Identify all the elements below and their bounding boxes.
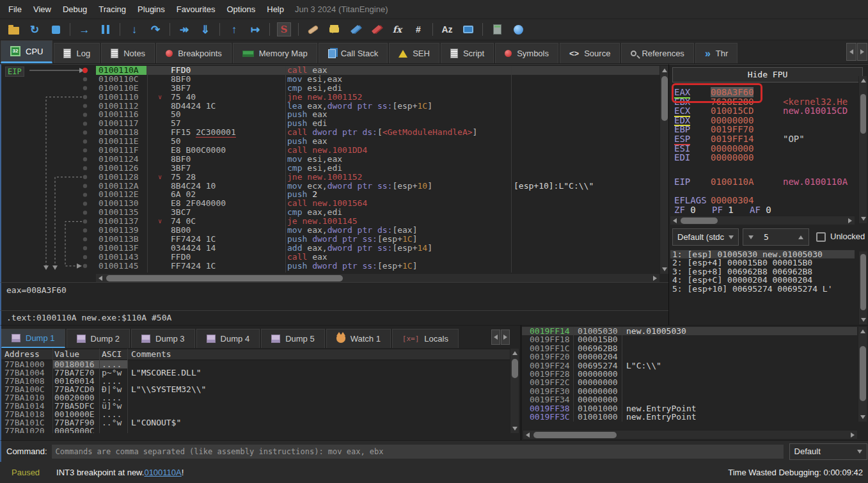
menu-item-tracing[interactable]: Tracing xyxy=(93,1,132,17)
disasm-row[interactable]: 010011353BC7cmp eax,edi xyxy=(96,208,659,217)
menu-item-file[interactable]: File xyxy=(3,1,28,17)
hide-fpu-button[interactable]: Hide FPU xyxy=(672,67,863,83)
bookmarks-icon[interactable] xyxy=(369,22,383,36)
argument-row[interactable]: 2: [esp+4] 000015B0 000015B0 xyxy=(670,258,855,267)
menu-item-plugins[interactable]: Plugins xyxy=(132,1,171,17)
stack-row[interactable]: 0019FF3801001000new.EntryPoint xyxy=(522,404,857,413)
tab-call-stack[interactable]: Call Stack xyxy=(319,43,388,63)
patches-icon[interactable] xyxy=(306,22,320,36)
stack-row[interactable]: 0019FF3C01001000new.EntryPoint xyxy=(522,413,857,421)
disasm-row[interactable]: 0100110C8BF0mov esi,eax xyxy=(96,75,659,84)
command-input[interactable] xyxy=(51,444,784,459)
gutter-dot[interactable] xyxy=(83,104,87,107)
run-icon[interactable]: → xyxy=(77,22,91,36)
menu-item-view[interactable]: View xyxy=(28,1,57,17)
gutter-dot[interactable] xyxy=(83,157,87,161)
disasm-row[interactable]: 0100110E3BF7cmp esi,edi xyxy=(96,84,659,93)
tab-seh[interactable]: SEH xyxy=(389,43,439,63)
disasm-row[interactable]: 0100113BFF7424 1Cpush dword ptr ss:[esp+… xyxy=(96,235,659,244)
labels-icon[interactable] xyxy=(348,22,362,36)
register-row[interactable]: EAX008A3F60 xyxy=(669,88,855,97)
gutter-dot[interactable] xyxy=(83,77,87,81)
register-row[interactable]: ESP0019FF14"OP" xyxy=(669,134,855,144)
breakpoint-address-link[interactable]: 0100110A xyxy=(144,468,181,477)
dump-tab-dump-4[interactable]: Dump 4 xyxy=(196,329,260,348)
register-row[interactable]: EBX7628E280<kernel32.He xyxy=(669,97,855,107)
disasm-row[interactable]: 010011398B00mov eax,dword ptr ds:[eax] xyxy=(96,226,659,235)
dump-row[interactable]: 77BA10200005000C xyxy=(1,427,510,433)
disasm-row[interactable]: 010011248BF0mov esi,eax xyxy=(96,155,659,164)
register-row[interactable]: EDX00000000 xyxy=(669,116,855,125)
gutter-dot[interactable] xyxy=(83,184,87,188)
open-file-icon[interactable] xyxy=(6,22,20,36)
register-row[interactable]: ECX010015CDnew.010015CD xyxy=(669,106,855,116)
menu-item-debug[interactable]: Debug xyxy=(57,1,93,17)
gutter-dot[interactable] xyxy=(83,131,87,134)
dump-column-header[interactable]: Address xyxy=(1,349,52,360)
step-out-icon[interactable]: ↑ xyxy=(227,22,241,36)
disasm-row[interactable]: 0100111650push eax xyxy=(96,110,659,119)
hash-icon[interactable]: # xyxy=(411,22,425,36)
disasm-row[interactable]: 01001130E8 2F040000call new.1001564 xyxy=(96,199,659,208)
stack-row[interactable]: 0019FF1401005030new.01005030 xyxy=(522,327,857,335)
disasm-row[interactable]: 0100110AFFD0call eax xyxy=(96,66,659,75)
disasm-row[interactable]: 0100112A8B4C24 10mov ecx,dword ptr ss:[e… xyxy=(96,182,659,191)
dump-tab-scroll-right-icon[interactable] xyxy=(501,329,510,345)
gutter-dot[interactable] xyxy=(83,246,87,250)
gutter-dot[interactable] xyxy=(83,202,87,205)
disasm-row[interactable]: 0100111757push edi xyxy=(96,119,659,128)
gutter-dot[interactable] xyxy=(83,95,87,99)
tab-references[interactable]: References xyxy=(621,43,693,63)
gutter-dot[interactable] xyxy=(83,166,87,170)
dump-tab-dump-2[interactable]: Dump 2 xyxy=(67,329,130,348)
register-row[interactable]: EIP0100110Anew.0100110A xyxy=(669,177,855,187)
stack-row[interactable]: 0019FF2000000204 xyxy=(522,352,857,361)
tab-symbols[interactable]: Symbols xyxy=(495,43,558,63)
register-row[interactable]: EBP0019FF70 xyxy=(669,125,855,134)
arguments-vertical-scrollbar[interactable] xyxy=(858,251,867,324)
gutter-dot[interactable] xyxy=(83,122,87,125)
disasm-horizontal-scrollbar[interactable] xyxy=(96,273,659,282)
seh-chain-icon[interactable]: S xyxy=(277,22,291,36)
breakpoint-dot[interactable] xyxy=(83,68,88,73)
disasm-row[interactable]: 010011128D4424 1Clea eax,dword ptr ss:[e… xyxy=(96,102,659,111)
dump-tab-scroll-left-icon[interactable] xyxy=(491,329,500,345)
gutter-dot[interactable] xyxy=(83,148,87,152)
disasm-row[interactable]: 01001110∨75 40jne new.1001152 xyxy=(96,93,659,102)
argument-row[interactable]: 1: [esp] 01005030 new.01005030 xyxy=(670,250,855,258)
dump-vertical-scrollbar[interactable] xyxy=(510,349,519,433)
unlocked-checkbox[interactable] xyxy=(816,232,826,242)
gutter-dot[interactable] xyxy=(83,228,87,232)
stack-vertical-scrollbar[interactable] xyxy=(858,327,867,422)
tab-memory-map[interactable]: Memory Map xyxy=(233,43,317,63)
stack-row[interactable]: 0019FF3400000000 xyxy=(522,395,857,404)
disasm-vertical-scrollbar[interactable] xyxy=(659,66,668,274)
tab-breakpoints[interactable]: Breakpoints xyxy=(156,43,232,63)
comments-icon[interactable] xyxy=(327,22,341,36)
disasm-row[interactable]: 01001145FF7424 1Cpush dword ptr ss:[esp+… xyxy=(96,262,659,271)
functions-icon[interactable]: fx xyxy=(390,22,404,36)
gutter-dot[interactable] xyxy=(83,113,87,116)
menu-item-options[interactable]: Options xyxy=(221,1,261,17)
stack-row[interactable]: 0019FF3000000000 xyxy=(522,387,857,395)
gutter-dot[interactable] xyxy=(83,193,87,196)
gutter-dot[interactable] xyxy=(83,255,87,259)
disasm-row[interactable]: 0100111E50push eax xyxy=(96,137,659,146)
disasm-row[interactable]: 01001143FFD0call eax xyxy=(96,253,659,262)
gutter-dot[interactable] xyxy=(83,139,87,143)
disasm-row[interactable]: 0100113F034424 14add eax,dword ptr ss:[e… xyxy=(96,244,659,253)
tab-thr[interactable]: »Thr xyxy=(695,43,738,63)
registers-horizontal-scrollbar[interactable] xyxy=(670,216,855,225)
gutter-dot[interactable] xyxy=(83,210,87,214)
argument-row[interactable]: 5: [esp+10] 00695274 00695274 L' xyxy=(670,285,855,293)
registers-vertical-scrollbar[interactable] xyxy=(858,76,867,223)
register-row[interactable]: ESI00000000 xyxy=(669,144,855,154)
font-icon[interactable]: Az xyxy=(440,22,454,36)
stack-row[interactable]: 0019FF2400695274L"C:\\" xyxy=(522,361,857,370)
stack-horizontal-scrollbar[interactable] xyxy=(523,430,857,439)
menu-item-help[interactable]: Help xyxy=(261,1,290,17)
pause-icon[interactable] xyxy=(99,22,113,36)
argument-row[interactable]: 3: [esp+8] 006962B8 006962B8 xyxy=(670,267,855,276)
disasm-row[interactable]: 0100111FE8 B00C0000call new.1001DD4 xyxy=(96,146,659,155)
stack-row[interactable]: 0019FF2C00000000 xyxy=(522,378,857,386)
